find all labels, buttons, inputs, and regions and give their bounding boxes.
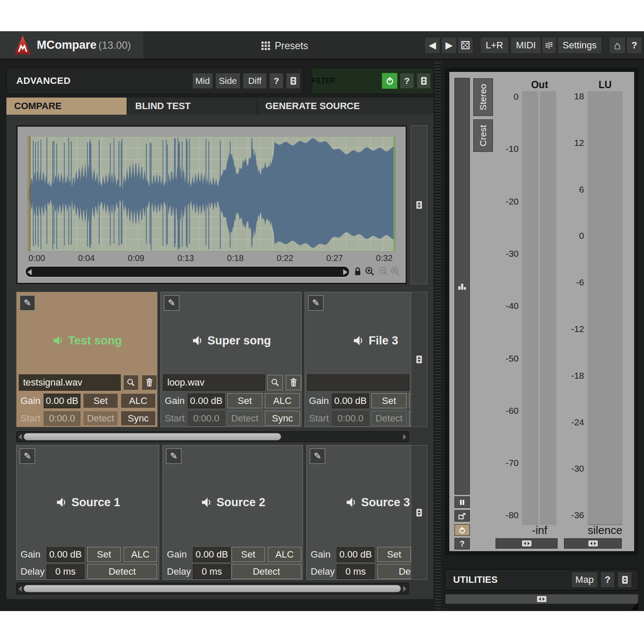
utilities-help-button[interactable]: ? [600,572,615,588]
scroll-left-arrow-icon[interactable] [27,269,32,275]
side-button[interactable]: Side [215,73,240,89]
source-panel-test-song[interactable]: ✎ Test song testsignal.wav Gain 0.00 dB [16,292,157,427]
scroll-left-arrow-icon[interactable] [18,434,22,440]
start-value-field[interactable]: 0:00.0 [332,411,369,426]
agc-button[interactable] [542,37,556,54]
source-panel-file-3[interactable]: ✎ File 3 Gain 0.00 dB Set ALC Start 0:00… [305,292,411,427]
rename-button[interactable]: ✎ [20,295,35,311]
utilities-width-slider[interactable] [445,594,638,604]
sources-scrollbar[interactable] [16,431,409,442]
rename-button[interactable]: ✎ [164,295,179,311]
filter-power-button[interactable] [382,73,398,89]
scroll-left-arrow-icon[interactable] [18,586,22,592]
gain-value-field[interactable]: 0.00 dB [47,547,84,562]
midi-button[interactable]: MIDI [510,37,541,54]
meter-pause-button[interactable] [454,496,470,508]
crest-mode-button[interactable]: Crest [473,119,493,152]
tab-blind-test[interactable]: BLIND TEST [128,98,257,115]
meter-popup-button[interactable] [454,510,470,522]
presets-button[interactable]: Presets [248,35,321,57]
previous-preset-button[interactable]: ◀ [424,37,440,54]
meter-range-slider[interactable] [454,78,470,495]
detect-start-button[interactable]: Detect [227,411,262,426]
zoom-reset-button[interactable] [390,266,401,277]
next-preset-button[interactable]: ▶ [441,37,457,54]
lu-meter-range-slider[interactable] [564,538,622,549]
gain-value-field[interactable]: 0.00 dB [44,394,80,408]
browse-file-button[interactable] [123,375,139,390]
set-gain-button[interactable]: Set [377,547,411,562]
panel-resize-grip[interactable] [435,62,441,611]
sync-button[interactable]: Sync [265,411,300,426]
filter-help-button[interactable]: ? [400,73,414,89]
filter-collapse-button[interactable] [416,73,431,89]
source-panel-source-1[interactable]: ✎ Source 1 Gain 0.00 dB Set ALC Delay 0 … [16,445,159,580]
home-button[interactable]: ⌂ [609,37,626,54]
set-gain-button[interactable]: Set [87,547,121,562]
zoom-in-button[interactable] [365,266,375,277]
gain-value-field[interactable]: 0.00 dB [188,394,225,408]
rename-button[interactable]: ✎ [310,448,325,464]
detect-delay-button[interactable]: Detect [87,564,157,579]
meter-help-button[interactable]: ? [454,538,470,549]
gain-value-field[interactable]: 0.00 dB [193,547,231,562]
scrollbar-thumb[interactable] [24,585,401,592]
utilities-collapse-button[interactable] [617,572,632,588]
scrollbar-thumb[interactable] [24,433,281,440]
set-gain-button[interactable]: Set [371,393,407,408]
waveform-resize-handle[interactable] [411,125,427,284]
detect-start-button[interactable]: Detect [83,411,118,426]
map-button[interactable]: Map [571,572,598,588]
zoom-lock-button[interactable] [353,267,362,277]
advanced-collapse-button[interactable] [286,73,300,89]
tab-generate-source[interactable]: GENERATE SOURCE [258,98,433,115]
tab-compare[interactable]: COMPARE [6,98,127,115]
detect-delay-button[interactable]: Detect [377,564,411,579]
settings-button[interactable]: Settings [557,37,602,54]
start-value-field[interactable]: 0:00.0 [188,411,225,426]
alc-button[interactable]: ALC [124,547,157,562]
delete-file-button[interactable] [142,375,157,390]
channel-mode-button[interactable]: L+R [480,37,509,54]
rename-button[interactable]: ✎ [308,295,323,311]
set-gain-button[interactable]: Set [231,547,265,562]
alc-button[interactable]: ALC [265,393,300,408]
scroll-right-arrow-icon[interactable] [343,269,347,275]
out-meter-range-slider[interactable] [496,538,558,549]
set-gain-button[interactable]: Set [227,393,262,408]
file-name-field[interactable]: loop.wav [163,374,265,391]
delay-value-field[interactable]: 0 ms [337,564,374,579]
scroll-right-arrow-icon[interactable] [403,434,407,440]
sync-button[interactable]: Sync [121,411,156,426]
gain-value-field[interactable]: 0.00 dB [337,547,374,562]
sources2-scrollbar[interactable] [16,583,409,594]
source-panel-source-3[interactable]: ✎ Source 3 Gain 0.00 dB Set ALC Delay 0 … [306,445,411,580]
waveform-plot[interactable] [27,136,395,252]
start-value-field[interactable]: 0:00.0 [44,411,80,426]
zoom-out-button[interactable] [378,266,389,277]
detect-start-button[interactable]: Detect [371,411,407,426]
help-button[interactable]: ? [626,37,642,54]
source-panel-source-2[interactable]: ✎ Source 2 Gain 0.00 dB Set ALC Delay 0 … [163,445,303,580]
diff-button[interactable]: Diff [243,73,267,89]
stereo-mode-button[interactable]: Stereo [473,78,493,116]
delete-file-button[interactable] [286,375,301,390]
browse-file-button[interactable] [267,375,283,390]
advanced-help-button[interactable]: ? [269,73,284,89]
row1-resize-handle[interactable] [411,292,427,427]
delay-value-field[interactable]: 0 ms [47,564,84,579]
meter-power-button[interactable] [454,524,470,536]
scroll-right-arrow-icon[interactable] [403,586,407,592]
alc-button[interactable]: ALC [121,393,156,408]
mid-button[interactable]: Mid [192,73,213,89]
window-resize-corner[interactable] [631,602,638,610]
file-name-field[interactable]: testsignal.wav [19,374,121,391]
file-name-field[interactable] [307,374,409,391]
gain-value-field[interactable]: 0.00 dB [332,394,369,408]
alc-button[interactable]: ALC [268,547,301,562]
rename-button[interactable]: ✎ [20,448,35,464]
source-panel-super-song[interactable]: ✎ Super song loop.wav Gain 0.00 dB [160,292,302,427]
rename-button[interactable]: ✎ [166,448,181,464]
row2-resize-handle[interactable] [411,445,427,580]
delay-value-field[interactable]: 0 ms [193,564,231,579]
